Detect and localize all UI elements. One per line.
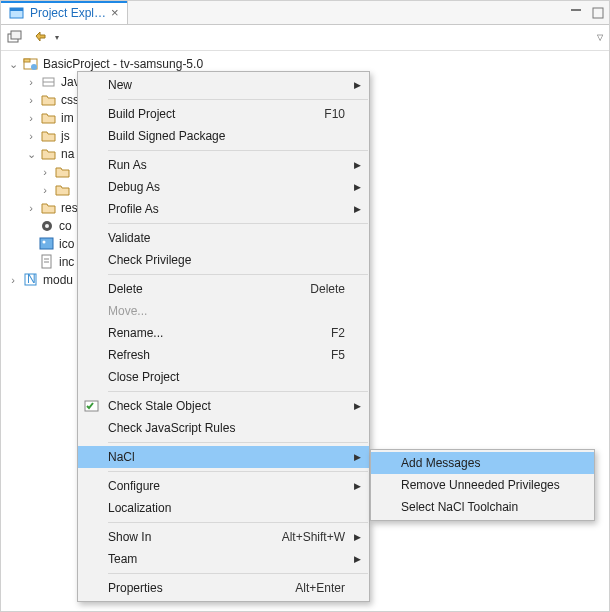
menu-label: Refresh (108, 348, 313, 362)
menu-item-nacl[interactable]: NaCl▶ (78, 446, 369, 468)
link-editor-icon[interactable] (33, 30, 49, 46)
twisty-closed-icon[interactable]: › (25, 127, 37, 145)
close-icon[interactable]: × (111, 6, 119, 19)
separator (108, 274, 368, 275)
tree-label: im (61, 109, 74, 127)
separator (108, 223, 368, 224)
twisty-closed-icon[interactable]: › (7, 271, 19, 289)
menu-label: Add Messages (401, 456, 570, 470)
svg-rect-7 (24, 59, 30, 62)
menu-item-debug-as[interactable]: Debug As▶ (78, 176, 369, 198)
menu-item-close-project[interactable]: Close Project (78, 366, 369, 388)
svg-rect-1 (10, 8, 23, 11)
menu-label: Debug As (108, 180, 345, 194)
chevron-right-icon: ▶ (354, 532, 361, 542)
menu-accelerator: Delete (310, 282, 345, 296)
view-header: Project Expl… × (1, 1, 609, 25)
separator (108, 522, 368, 523)
menu-item-move: Move... (78, 300, 369, 322)
collapse-all-icon[interactable] (7, 30, 23, 46)
submenu-item-add-messages[interactable]: Add Messages (371, 452, 594, 474)
menu-item-check-privilege[interactable]: Check Privilege (78, 249, 369, 271)
menu-item-refresh[interactable]: RefreshF5 (78, 344, 369, 366)
menu-item-localization[interactable]: Localization (78, 497, 369, 519)
menu-item-validate[interactable]: Validate (78, 227, 369, 249)
folder-icon (55, 182, 71, 198)
menu-item-properties[interactable]: PropertiesAlt+Enter (78, 577, 369, 599)
twisty-closed-icon[interactable]: › (25, 91, 37, 109)
menu-accelerator: F5 (331, 348, 345, 362)
tree-label: inc (59, 253, 74, 271)
chevron-down-icon[interactable]: ▾ (55, 33, 59, 42)
chevron-right-icon: ▶ (354, 80, 361, 90)
folder-icon (41, 128, 57, 144)
maximize-button[interactable] (587, 1, 609, 24)
chevron-right-icon: ▶ (354, 160, 361, 170)
view-menu-icon[interactable]: ▽ (597, 33, 603, 42)
menu-item-check-javascript-rules[interactable]: Check JavaScript Rules (78, 417, 369, 439)
menu-label: Close Project (108, 370, 345, 384)
menu-item-show-in[interactable]: Show InAlt+Shift+W▶ (78, 526, 369, 548)
menu-label: Show In (108, 530, 264, 544)
module-icon: N (23, 272, 39, 288)
svg-point-12 (45, 224, 49, 228)
folder-icon (41, 110, 57, 126)
twisty-closed-icon[interactable]: › (25, 73, 37, 91)
svg-rect-2 (571, 9, 581, 11)
separator (108, 471, 368, 472)
folder-icon (41, 92, 57, 108)
menu-label: NaCl (108, 450, 345, 464)
tree-label: res (61, 199, 78, 217)
menu-label: New (108, 78, 345, 92)
project-explorer-icon (9, 5, 25, 21)
menu-item-run-as[interactable]: Run As▶ (78, 154, 369, 176)
submenu-item-select-nacl-toolchain[interactable]: Select NaCl Toolchain (371, 496, 594, 518)
menu-item-team[interactable]: Team▶ (78, 548, 369, 570)
submenu-item-remove-unneeded-privileges[interactable]: Remove Unneeded Privileges (371, 474, 594, 496)
chevron-right-icon: ▶ (354, 204, 361, 214)
twisty-closed-icon[interactable]: › (25, 199, 37, 217)
tab-project-explorer[interactable]: Project Expl… × (1, 1, 128, 24)
twisty-closed-icon[interactable]: › (39, 163, 51, 181)
menu-label: Build Project (108, 107, 306, 121)
svg-text:N: N (27, 272, 36, 286)
menu-item-profile-as[interactable]: Profile As▶ (78, 198, 369, 220)
menu-item-check-stale-object[interactable]: Check Stale Object▶ (78, 395, 369, 417)
minimize-button[interactable] (565, 1, 587, 24)
menu-label: Remove Unneeded Privileges (401, 478, 570, 492)
folder-icon (41, 200, 57, 216)
chevron-right-icon: ▶ (354, 481, 361, 491)
menu-accelerator: Alt+Shift+W (282, 530, 345, 544)
twisty-closed-icon[interactable]: › (39, 181, 51, 199)
menu-item-build-project[interactable]: Build ProjectF10 (78, 103, 369, 125)
menu-label: Rename... (108, 326, 313, 340)
menu-label: Run As (108, 158, 345, 172)
menu-label: Localization (108, 501, 345, 515)
project-icon (23, 56, 39, 72)
menu-label: Check Privilege (108, 253, 345, 267)
twisty-open-icon[interactable]: ⌄ (25, 145, 37, 163)
tree-label: js (61, 127, 70, 145)
svg-point-14 (43, 241, 46, 244)
menu-item-rename[interactable]: Rename...F2 (78, 322, 369, 344)
menu-item-build-signed-package[interactable]: Build Signed Package (78, 125, 369, 147)
separator (108, 150, 368, 151)
menu-item-delete[interactable]: DeleteDelete (78, 278, 369, 300)
menu-label: Configure (108, 479, 345, 493)
tree-label: modu (43, 271, 73, 289)
svg-rect-3 (593, 8, 603, 18)
tree-label: co (59, 217, 72, 235)
twisty-closed-icon[interactable]: › (25, 109, 37, 127)
image-icon (39, 236, 55, 252)
file-icon (39, 254, 55, 270)
folder-icon (41, 146, 57, 162)
twisty-open-icon[interactable]: ⌄ (7, 55, 19, 73)
menu-accelerator: F2 (331, 326, 345, 340)
menu-label: Check Stale Object (108, 399, 345, 413)
separator (108, 99, 368, 100)
tree-label: ico (59, 235, 74, 253)
menu-item-configure[interactable]: Configure▶ (78, 475, 369, 497)
menu-item-new[interactable]: New▶ (78, 74, 369, 96)
separator (108, 573, 368, 574)
explorer-toolbar: ▾ ▽ (1, 25, 609, 51)
